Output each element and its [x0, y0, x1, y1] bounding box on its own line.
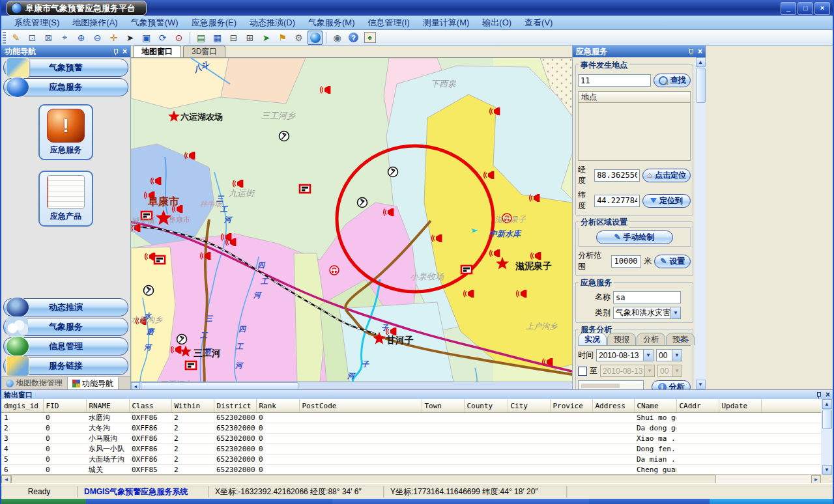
analysis-tab-分析[interactable]: 分析: [637, 333, 665, 345]
location-list[interactable]: [578, 103, 691, 161]
combo-dropdown-icon[interactable]: ▼: [643, 349, 654, 361]
menu-item-3[interactable]: 应急服务(E): [185, 17, 243, 29]
scroll-right-icon[interactable]: ►: [811, 475, 821, 484]
tab-scroll-icons[interactable]: ◂ ▸: [679, 337, 691, 343]
sidebar-tab-功能导航[interactable]: 功能导航: [68, 377, 119, 389]
map-tab-3D窗口[interactable]: 3D窗口: [183, 46, 225, 57]
shelter-flag-marker[interactable]: [300, 185, 310, 193]
placemark-icon[interactable]: ⚑: [275, 31, 290, 45]
export-image-icon[interactable]: ▦: [210, 31, 225, 45]
pin-icon[interactable]: [113, 48, 119, 55]
sidebar-item-气象服务[interactable]: 气象服务: [3, 318, 128, 336]
column-header-Update[interactable]: Update: [719, 399, 761, 413]
location-list-header[interactable]: 地点: [578, 91, 691, 103]
combo-dropdown-icon[interactable]: ▼: [670, 307, 681, 319]
column-header-Address[interactable]: Address: [592, 399, 634, 413]
shelter-flag-marker[interactable]: [154, 256, 165, 264]
table-row[interactable]: 60城关0XFF8526523020000Cheng guan: [1, 465, 821, 475]
output-table[interactable]: dmgis_idFIDRNAMEClassWithinDistrictRankP…: [1, 399, 821, 475]
column-header-CName[interactable]: CName: [634, 399, 676, 413]
table-row[interactable]: 50大面场子沟0XFF8626523020000Da mian ...: [1, 455, 821, 465]
scroll-up-icon[interactable]: ▲: [822, 399, 832, 409]
combo-dropdown-icon[interactable]: ▼: [672, 349, 682, 361]
service-name-input[interactable]: [613, 291, 681, 303]
longitude-input[interactable]: [594, 169, 640, 182]
scroll-up-icon[interactable]: ▲: [696, 57, 706, 67]
toolbar-grip[interactable]: [3, 32, 6, 44]
pin-icon[interactable]: [816, 391, 822, 399]
close-icon[interactable]: ×: [826, 391, 830, 398]
column-header-City[interactable]: City: [508, 399, 550, 413]
search-button[interactable]: 查找: [654, 74, 691, 87]
location-search-input[interactable]: [578, 74, 651, 87]
pointer-green-icon[interactable]: ➤: [259, 31, 274, 45]
analysis-tab-预报[interactable]: 预报: [607, 333, 636, 345]
shelter-flag-marker[interactable]: [186, 361, 196, 369]
menu-item-0[interactable]: 系统管理(S): [8, 17, 66, 29]
menu-item-6[interactable]: 信息管理(I): [362, 17, 416, 29]
to-checkbox[interactable]: [578, 367, 587, 376]
column-header-RNAME[interactable]: RNAME: [86, 399, 129, 413]
scroll-down-icon[interactable]: ▼: [696, 380, 706, 389]
monitor-station-marker[interactable]: [358, 198, 367, 208]
shortcut-应急产品[interactable]: 应急产品: [38, 171, 93, 227]
column-header-Within[interactable]: Within: [171, 399, 214, 413]
menu-item-4[interactable]: 动态推演(D): [243, 17, 302, 29]
measure-icon[interactable]: ✎: [8, 31, 23, 45]
layers-icon[interactable]: ▤: [194, 31, 208, 45]
restore-button[interactable]: □: [798, 2, 813, 15]
column-header-dmgis_id[interactable]: dmgis_id: [1, 399, 43, 413]
analyze-button[interactable]: i 分析: [652, 380, 691, 389]
refresh-icon[interactable]: ⟳: [155, 31, 170, 45]
output-hscroll-thumb[interactable]: [11, 475, 716, 484]
monitor-station-marker[interactable]: [280, 132, 289, 141]
column-header-CAddr[interactable]: CAddr: [676, 399, 719, 413]
combo-dropdown-icon[interactable]: ▼: [672, 365, 682, 377]
sidebar-item-信息管理[interactable]: 信息管理: [3, 337, 128, 356]
zoom-out-icon[interactable]: ⊖: [90, 31, 105, 45]
output-vertical-scrollbar[interactable]: ▲ ▼: [821, 399, 833, 475]
element-list[interactable]: 降水空气温度 ▲: [578, 380, 644, 389]
eye-icon[interactable]: ◉: [330, 31, 345, 45]
menu-item-8[interactable]: 输出(O): [476, 17, 518, 29]
menu-item-1[interactable]: 地图操作(A): [66, 17, 124, 29]
sidebar-item-气象预警[interactable]: 气象预警: [3, 59, 128, 77]
shortcut-应急服务[interactable]: !应急服务: [38, 104, 93, 160]
menu-item-7[interactable]: 测量计算(M): [416, 17, 476, 29]
print-icon[interactable]: ⊟: [226, 31, 241, 45]
table-row[interactable]: 20大冬沟0XFF8626523020000Da dong gou: [1, 423, 821, 434]
globe-3d-icon[interactable]: [308, 31, 323, 45]
combo-dropdown-icon[interactable]: ▼: [644, 365, 655, 377]
column-header-Class[interactable]: Class: [129, 399, 171, 413]
column-header-PostCode[interactable]: PostCode: [299, 399, 422, 413]
date2-combo[interactable]: 2010-08-13 ▼: [600, 365, 655, 377]
scroll-down-icon[interactable]: ▼: [822, 465, 832, 475]
manual-draw-button[interactable]: ✎ 手动绘制: [596, 231, 673, 244]
minimize-button[interactable]: _: [781, 2, 796, 15]
monitor-station-marker[interactable]: [144, 286, 154, 296]
help-icon[interactable]: ?: [346, 31, 361, 45]
date-combo[interactable]: 2010-08-13 ▼: [596, 349, 654, 361]
pin-icon[interactable]: [688, 48, 694, 55]
hour-combo[interactable]: 00 ▼: [656, 349, 682, 361]
table-row[interactable]: 40东风一小队0XFF8626523020000Dong fen...: [1, 444, 821, 455]
table-row[interactable]: 10水磨沟0XFF8626523020000Shui mo gou: [1, 413, 821, 423]
column-header-Town[interactable]: Town: [422, 399, 464, 413]
click-locate-button[interactable]: ⌂ 点击定位: [642, 169, 691, 182]
full-extent-icon[interactable]: ▣: [139, 31, 154, 45]
select-rect-icon[interactable]: ⊡: [25, 31, 40, 45]
column-header-Rank[interactable]: Rank: [256, 399, 299, 413]
analysis-tab-实况[interactable]: 实况: [578, 333, 607, 345]
monitor-station-marker[interactable]: [388, 167, 398, 177]
column-header-FID[interactable]: FID: [43, 399, 86, 413]
latitude-input[interactable]: [594, 195, 640, 207]
set-range-button[interactable]: ✎ 设置: [654, 255, 691, 268]
close-icon[interactable]: ×: [122, 48, 127, 55]
sidebar-item-服务链接[interactable]: 服务链接: [3, 357, 128, 375]
zoom-in-icon[interactable]: ⊕: [74, 31, 89, 45]
column-header-filler[interactable]: [761, 399, 821, 413]
column-header-County[interactable]: County: [464, 399, 508, 413]
pointer-icon[interactable]: ➤: [122, 31, 137, 45]
monitor-station-marker[interactable]: [177, 335, 187, 344]
zoom-scale-icon[interactable]: ⊙: [171, 31, 186, 45]
